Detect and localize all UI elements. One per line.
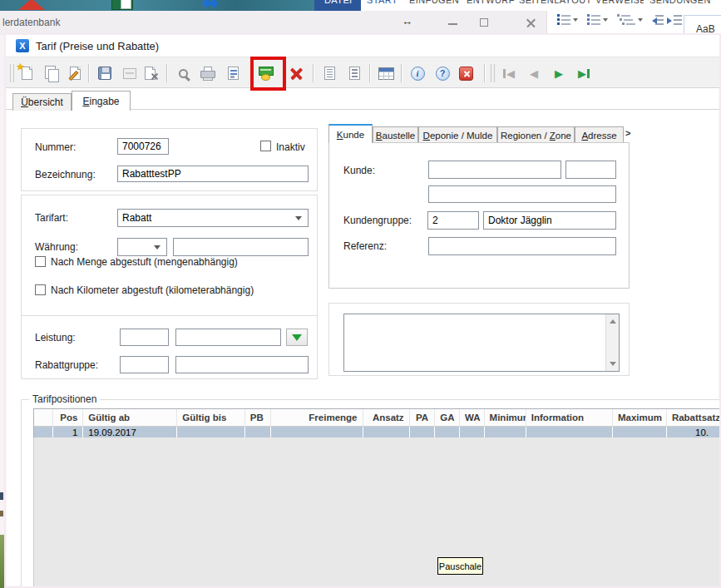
nummer-label: Nummer: (35, 141, 76, 153)
notes-scrollbar[interactable] (605, 314, 619, 371)
scroll-down-button[interactable] (606, 358, 620, 371)
tarifart-select[interactable]: Rabatt (117, 209, 309, 227)
col-rabattsatz[interactable]: Rabattsatz (667, 409, 721, 427)
col-ga[interactable]: GA (435, 409, 460, 427)
ribbon-tab-entwurf[interactable]: ENTWURF (467, 0, 515, 11)
rabattgruppe-code-input[interactable] (120, 356, 169, 373)
save-button[interactable] (95, 63, 115, 83)
col-gueltig-ab[interactable]: Gültig ab (83, 409, 177, 427)
screen: ◆◆ DATEI START EINFÜGEN ENTWURF SEITENLA… (0, 0, 721, 588)
table-empty-area[interactable] (33, 437, 721, 588)
tab-baustelle[interactable]: Baustelle (373, 126, 418, 143)
multilevel-list-button[interactable] (617, 14, 643, 25)
copy-record-button[interactable] (42, 63, 62, 83)
info-button[interactable]: i (407, 63, 427, 83)
waehrung-select[interactable] (117, 238, 167, 256)
bullet-list-button[interactable] (557, 14, 578, 25)
search-button[interactable] (173, 63, 193, 83)
toolbar-grip[interactable] (491, 64, 495, 82)
nav-previous-button[interactable]: ◀ (524, 63, 544, 83)
desktop-icon-spreadsheet[interactable] (111, 0, 135, 11)
col-wa[interactable]: WA (460, 409, 485, 427)
edit-record-button[interactable] (65, 63, 85, 83)
delete-record-button[interactable] (143, 63, 163, 83)
col-maximum[interactable]: Maximum (613, 409, 667, 427)
menge-checkbox[interactable] (35, 256, 46, 267)
ribbon-tab-einfuegen[interactable]: EINFÜGEN (409, 0, 461, 11)
annotation-highlight-box (250, 57, 286, 91)
table-view-button[interactable] (376, 63, 396, 83)
table-header-row: Pos Gültig ab Gültig bis PB Freimenge An… (34, 409, 721, 427)
tab-kunde[interactable]: Kunde (328, 124, 373, 143)
tab-eingabe[interactable]: Eingabe (72, 91, 131, 111)
print-button[interactable] (198, 63, 218, 83)
col-freimenge[interactable]: Freimenge (271, 409, 363, 427)
tab-label: Deponie / Mulde (423, 131, 493, 141)
report-icon (228, 67, 239, 80)
rabattgruppe-name-input[interactable] (175, 356, 309, 373)
kunde-name-input[interactable] (428, 185, 616, 203)
app-logo-icon: X (16, 39, 29, 52)
help-button[interactable]: ? (432, 63, 452, 83)
nav-last-icon: ▶ (578, 68, 590, 79)
leistung-name-input[interactable] (175, 329, 281, 346)
nav-first-button[interactable]: ◀ (499, 63, 519, 83)
kundengruppe-nr-input[interactable]: 2 (427, 211, 479, 230)
decrease-indent-button[interactable] (649, 14, 664, 26)
col-pa[interactable]: PA (410, 409, 436, 427)
increase-indent-button[interactable] (667, 14, 682, 26)
dialog-titlebar[interactable]: X Tarif (Preise und Rabatte) (6, 35, 719, 57)
nav-last-button[interactable]: ▶ (574, 63, 594, 83)
toolbar-grip[interactable] (10, 64, 14, 82)
col-minimum[interactable]: Minimum (485, 409, 526, 427)
leistung-picker-button[interactable] (286, 329, 308, 346)
desktop-icon-diamonds[interactable]: ◆◆ (202, 0, 227, 11)
waehrung-text-input[interactable] (173, 238, 309, 256)
ribbon-tab-sendungen[interactable]: SENDUNGEN (649, 0, 721, 11)
tab-regionen-zone[interactable]: Regionen / Zone (497, 126, 575, 143)
archive-button[interactable] (120, 63, 140, 83)
list-view-button[interactable] (319, 63, 339, 83)
col-pb[interactable]: PB (245, 409, 271, 427)
referenz-input[interactable] (428, 237, 616, 255)
close-dialog-button[interactable] (456, 63, 476, 83)
col-gueltig-bis[interactable]: Gültig bis (177, 409, 245, 427)
nav-next-button[interactable]: ▶ (549, 63, 569, 83)
scroll-up-button[interactable] (606, 314, 620, 327)
col-information[interactable]: Information (526, 409, 613, 427)
maximize-button[interactable] (471, 11, 499, 35)
nummer-input[interactable]: 7000726 (117, 138, 169, 155)
notes-textarea[interactable] (343, 314, 620, 372)
close-window-button[interactable] (517, 11, 546, 35)
ribbon-tab-seitenlayout[interactable]: SEITENLAYOUT (519, 0, 590, 11)
col-pos[interactable]: Pos (53, 409, 84, 427)
kunde-nr-input[interactable] (428, 161, 561, 179)
group-leistung: Leistung: Rabattgruppe: (21, 315, 318, 379)
ribbon-tab-label: EINFÜGEN (409, 0, 459, 5)
tab-overflow-button[interactable]: > (625, 128, 630, 138)
tab-deponie-mulde[interactable]: Deponie / Mulde (418, 126, 497, 143)
chevron-down-icon (603, 18, 608, 24)
bezeichnung-input[interactable]: RabatttestPP (117, 166, 309, 182)
decrease-indent-icon (649, 14, 664, 26)
leistung-code-input[interactable] (120, 329, 169, 346)
cancel-button[interactable] (286, 63, 306, 83)
col-selector[interactable] (34, 409, 53, 427)
new-record-button[interactable]: ★ (17, 63, 37, 83)
report-button[interactable] (223, 63, 243, 83)
kilometer-checkbox[interactable] (35, 284, 46, 295)
col-ansatz[interactable]: Ansatz (363, 409, 410, 427)
tab-adresse[interactable]: Adresse (575, 126, 624, 143)
ribbon-tab-verweise[interactable]: VERWEISE (595, 0, 644, 11)
table-row[interactable]: 1 19.09.2017 10. (34, 427, 721, 438)
inaktiv-checkbox[interactable] (260, 141, 271, 151)
kunde-zusatz-input[interactable] (565, 161, 616, 179)
ribbon-tab-start[interactable]: START (367, 0, 405, 11)
desktop-icon-mountain[interactable] (18, 0, 45, 11)
detail-view-button[interactable] (344, 63, 364, 83)
kundengruppe-name-input[interactable]: Doktor Jägglin (483, 211, 616, 230)
minimize-button[interactable] (439, 11, 467, 35)
tab-uebersicht[interactable]: Übersicht (12, 93, 72, 111)
numbered-list-button[interactable] (587, 14, 608, 25)
ribbon-tab-datei[interactable]: DATEI (314, 0, 361, 11)
